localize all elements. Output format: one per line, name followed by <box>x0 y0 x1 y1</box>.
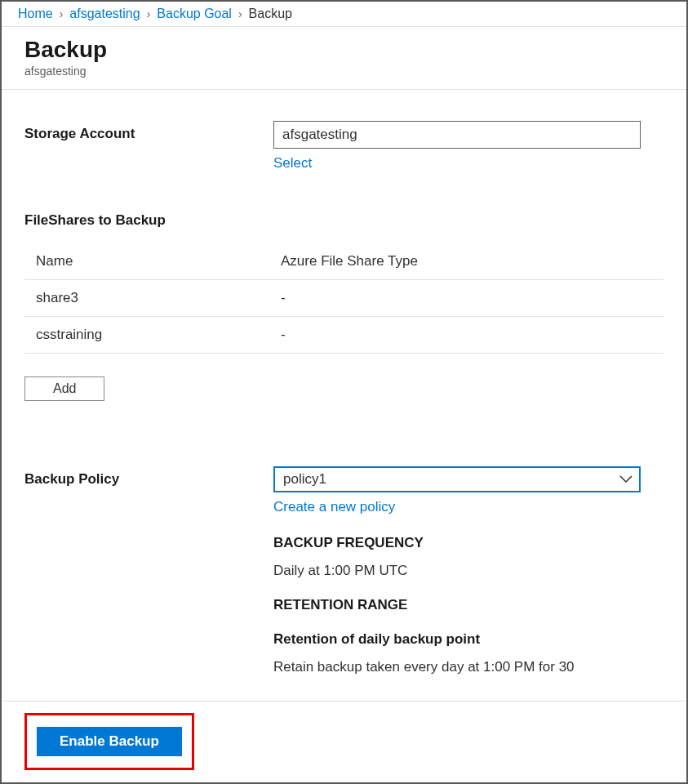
breadcrumb: Home › afsgatesting › Backup Goal › Back… <box>2 2 686 27</box>
content-area: Storage Account Select FileShares to Bac… <box>2 90 686 732</box>
cell-type: - <box>269 280 664 317</box>
add-button[interactable]: Add <box>24 376 104 401</box>
enable-backup-button[interactable]: Enable Backup <box>37 727 182 756</box>
page-subtitle: afsgatesting <box>24 65 664 78</box>
table-row[interactable]: share3 - <box>24 280 664 317</box>
cell-name: csstraining <box>24 317 269 354</box>
column-header-name: Name <box>24 243 269 280</box>
breadcrumb-link-home[interactable]: Home <box>18 7 53 21</box>
backup-policy-select[interactable] <box>273 466 641 492</box>
backup-frequency-heading: BACKUP FREQUENCY <box>273 535 641 551</box>
cell-type: - <box>269 317 664 354</box>
retention-text: Retain backup taken every day at 1:00 PM… <box>273 659 641 675</box>
page-title: Backup <box>24 37 664 63</box>
fileshares-table: Name Azure File Share Type share3 - csst… <box>24 243 664 354</box>
breadcrumb-link-backup-goal[interactable]: Backup Goal <box>157 7 232 21</box>
chevron-right-icon: › <box>238 7 242 20</box>
fileshares-heading: FileShares to Backup <box>24 212 664 229</box>
storage-account-label: Storage Account <box>24 121 273 142</box>
backup-policy-label: Backup Policy <box>24 466 273 488</box>
breadcrumb-current: Backup <box>249 7 292 21</box>
retention-range-heading: RETENTION RANGE <box>273 597 641 613</box>
chevron-right-icon: › <box>60 7 64 20</box>
storage-account-select-link[interactable]: Select <box>273 155 312 172</box>
storage-account-input[interactable] <box>273 121 641 149</box>
breadcrumb-link-resource[interactable]: afsgatesting <box>69 7 140 21</box>
page-header: Backup afsgatesting <box>2 27 686 90</box>
column-header-type: Azure File Share Type <box>269 243 664 280</box>
retention-sub-heading: Retention of daily backup point <box>273 631 641 648</box>
backup-frequency-text: Daily at 1:00 PM UTC <box>273 563 641 579</box>
cell-name: share3 <box>24 280 269 317</box>
create-policy-link[interactable]: Create a new policy <box>273 499 395 515</box>
chevron-right-icon: › <box>147 7 151 20</box>
footer-bar: Enable Backup <box>3 701 685 781</box>
table-row[interactable]: csstraining - <box>24 317 664 354</box>
highlight-annotation: Enable Backup <box>24 713 194 770</box>
